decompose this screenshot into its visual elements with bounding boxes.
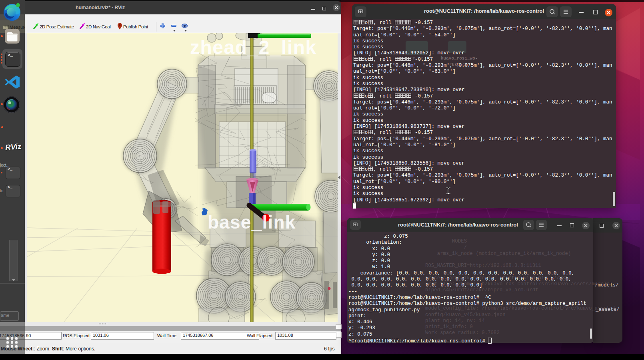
svg-text:zhead_2_link: zhead_2_link: [190, 37, 317, 58]
svg-text:base_link: base_link: [208, 212, 296, 233]
